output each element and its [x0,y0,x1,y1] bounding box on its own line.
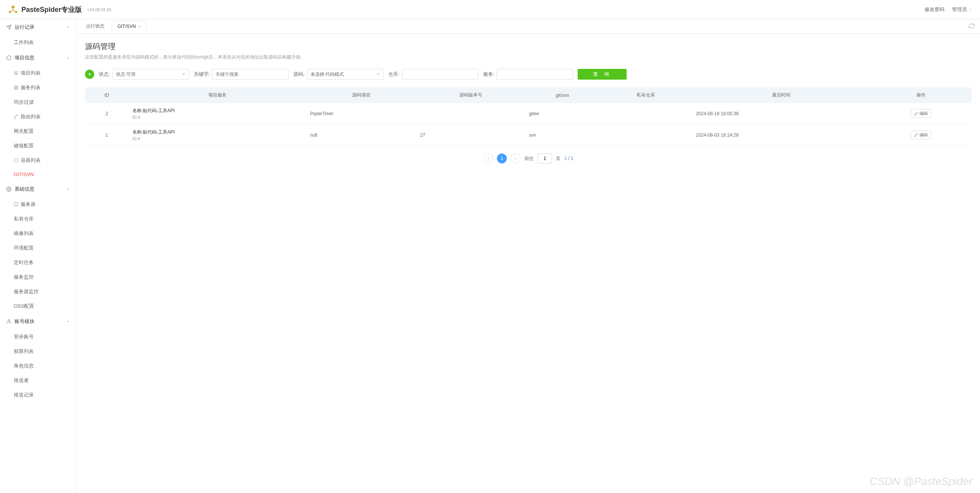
table-column-header: 私有仓库 [599,87,692,103]
filter-bar: + 状态: 状态:可用 关键字: 源码: 未选择·代码模式 [77,66,980,87]
gear-icon [6,186,11,192]
sidebar-item[interactable]: 工作列表 [0,35,76,50]
service-label: 服务: [483,71,495,78]
brand-name: PasteSpider专业版 [21,5,82,14]
table-column-header: 源码版本号 [416,87,525,103]
source-label: 源码: [293,71,305,78]
page-suffix: 页 [556,155,560,162]
page-prev-button[interactable] [483,153,493,163]
pencil-icon [914,112,918,116]
logo-icon [8,4,18,15]
status-label: 状态: [99,71,110,78]
route-icon [14,114,18,119]
nav-group-header[interactable]: 基础信息 [0,181,76,197]
table-body: 2 名称:贴代码-工具APIID:4 PasteTimer gitee 2024… [85,103,972,146]
sidebar-item[interactable]: OSS配置 [0,299,76,313]
page-info: 1 / 1 [564,156,573,161]
svg-rect-4 [15,88,16,90]
page-header: 源码管理 这里配置的是服务类型为源码模式的，表示推送代码到svn/git后，本系… [77,34,980,66]
service-input[interactable] [497,69,573,80]
sidebar-item[interactable]: 服务监控 [0,270,76,284]
page-input[interactable] [537,153,552,163]
page-number-button[interactable]: 1 [497,153,507,163]
table-header-row: ID项目服务源码项目源码版本号git/svn私有仓库最后时间操作 [85,87,972,103]
nav-group-header[interactable]: 账号模块 [0,313,76,330]
edit-button[interactable]: 编辑 [911,131,931,139]
admin-label: 管理员 [952,6,967,13]
repo-label: 仓库: [388,71,400,78]
keyword-input[interactable] [212,69,289,80]
monitor-icon [14,202,18,207]
keyword-label: 关键字: [194,71,210,78]
tab[interactable]: 运行状态 [80,20,110,33]
chevron-up-icon [65,56,70,60]
refresh-icon[interactable] [969,23,975,30]
sidebar-item[interactable]: 项目列表 [0,66,76,80]
table-wrap: ID项目服务源码项目源码版本号git/svn私有仓库最后时间操作 2 名称:贴代… [77,87,980,146]
table-column-header: 项目服务 [129,87,306,103]
layers-icon [14,71,18,75]
sidebar-item[interactable]: 角色信息 [0,359,76,373]
sidebar-item[interactable]: 私有仓库 [0,212,76,226]
sidebar-item[interactable]: 服务列表 [0,80,76,95]
sidebar-item[interactable]: 权限列表 [0,344,76,359]
repo-input[interactable] [402,69,479,80]
nav-group-header[interactable]: 运行记录 [0,19,76,35]
add-button[interactable]: + [85,70,94,79]
cube-icon [6,55,11,60]
box-icon [14,158,18,163]
nav-group-header[interactable]: 项目信息 [0,50,76,66]
sidebar-item[interactable]: 镜像列表 [0,226,76,241]
goto-label: 前往 [524,155,534,162]
sidebar-item[interactable]: 同步过滤 [0,95,76,109]
table-column-header: 最后时间 [692,87,871,103]
edit-button[interactable]: 编辑 [911,109,931,118]
chevron-up-icon [65,25,70,29]
pencil-icon [914,133,918,137]
sidebar-item[interactable]: 推送记录 [0,388,76,402]
sidebar-item[interactable]: 定时任务 [0,255,76,270]
chevron-up-icon [65,319,70,324]
admin-dropdown[interactable]: 管理员 [952,6,972,13]
tab[interactable]: GIT/SVN× [112,21,146,32]
svg-point-7 [8,188,10,190]
page-next-button[interactable] [511,153,521,163]
chevron-up-icon [65,187,70,191]
sidebar-item[interactable]: 登录账号 [0,330,76,344]
change-password-link[interactable]: 修改密码 [924,6,944,13]
version-text: v24.08.01.01 [87,7,112,12]
table-row: 1 名称:贴代码-工具APIID:4 null 27 svn 2024-08-0… [85,124,972,146]
svg-point-5 [15,118,16,119]
table-column-header: git/svn [525,87,599,103]
pagination: 1 前往 页 1 / 1 [77,146,980,171]
sidebar-item[interactable]: 容器列表 [0,153,76,168]
search-button[interactable]: 查 询 [578,69,627,80]
sidebar-item[interactable]: 环境配置 [0,241,76,255]
user-icon [6,319,11,324]
sidebar-item[interactable]: 服务器 [0,197,76,212]
tabs-bar: 运行状态GIT/SVN× [77,19,980,34]
sidebar-item[interactable]: 网关配置 [0,124,76,139]
svg-point-11 [8,320,10,322]
header-right: 修改密码 管理员 [924,6,972,13]
content: 源码管理 这里配置的是服务类型为源码模式的，表示推送代码到svn/git后，本系… [77,34,980,493]
svg-rect-1 [15,86,16,88]
svg-rect-2 [16,86,18,88]
grid-icon [14,85,18,90]
source-select[interactable]: 未选择·代码模式 [307,69,384,80]
svg-point-6 [17,115,18,116]
svg-rect-3 [16,88,18,90]
table-column-header: 源码项目 [306,87,416,103]
sidebar-item[interactable]: 路由列表 [0,109,76,124]
chevron-down-icon [969,8,972,11]
sidebar-item[interactable]: GIT/SVN [0,168,76,181]
sidebar-item[interactable]: 服务器监控 [0,284,76,299]
sidebar-item[interactable]: 推送者 [0,373,76,388]
close-icon[interactable]: × [138,24,140,29]
top-header: PasteSpider专业版 v24.08.01.01 修改密码 管理员 [0,0,980,19]
svg-rect-8 [14,203,18,206]
main-area: 运行状态GIT/SVN× 源码管理 这里配置的是服务类型为源码模式的，表示推送代… [77,19,980,493]
page-description: 这里配置的是服务类型为源码模式的，表示推送代码到svn/git后，本系统从对应的… [85,54,972,60]
status-select[interactable]: 状态:可用 [113,69,189,80]
sidebar-item[interactable]: 键值配置 [0,139,76,153]
